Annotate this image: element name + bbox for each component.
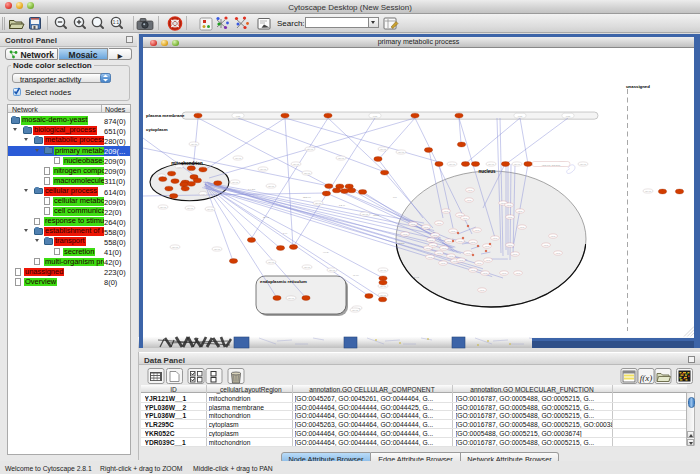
svg-text:(Gx:d): (Gx:d) (338, 157, 345, 159)
svg-text:(G:d): (G:d) (440, 262, 445, 264)
svg-text:(G:d): (G:d) (555, 252, 560, 254)
svg-text:[G:44]: [G:44] (263, 216, 269, 218)
svg-text:(G:d): (G:d) (506, 204, 511, 206)
svg-text:(G:d): (G:d) (427, 256, 432, 258)
svg-text:(G:d): (G:d) (436, 222, 441, 224)
svg-text:(Gx:d): (Gx:d) (329, 269, 336, 271)
svg-text:(G:d): (G:d) (465, 252, 470, 254)
svg-text:(G:d): (G:d) (470, 269, 475, 271)
svg-text:1:1: 1:1 (113, 20, 120, 25)
svg-text:(G:d): (G:d) (474, 229, 479, 231)
svg-text:(G:d): (G:d) (423, 226, 428, 228)
svg-text:(Gx:d): (Gx:d) (645, 190, 652, 192)
svg-text:(G:d): (G:d) (467, 189, 472, 191)
svg-text:(0608): (0608) (373, 214, 380, 216)
svg-text:[G:44]: [G:44] (413, 276, 419, 278)
svg-text:(G:d): (G:d) (425, 247, 430, 249)
svg-text:(G:d): (G:d) (479, 289, 484, 291)
svg-text:(G:d): (G:d) (402, 233, 407, 235)
svg-text:(G:d): (G:d) (517, 210, 522, 212)
svg-text:(Gx:d): (Gx:d) (380, 285, 387, 287)
svg-text:(G:d): (G:d) (457, 214, 462, 216)
svg-text:(Gx:d): (Gx:d) (268, 261, 275, 263)
svg-text:(Gx:d): (Gx:d) (232, 181, 239, 183)
svg-text:(G:d): (G:d) (466, 199, 471, 201)
svg-text:nucleus: nucleus (478, 169, 496, 174)
svg-text:(Gx:d): (Gx:d) (268, 185, 275, 187)
svg-text:(Gx:d): (Gx:d) (187, 207, 194, 209)
svg-text:(Gx:d): (Gx:d) (260, 168, 267, 170)
svg-text:(G:d): (G:d) (507, 244, 512, 246)
svg-text:(x:d): (x:d) (236, 115, 241, 117)
svg-text:[GO:5]: [GO:5] (398, 242, 405, 244)
svg-text:(G:d): (G:d) (410, 223, 415, 225)
svg-text:(Gx:d): (Gx:d) (380, 294, 387, 296)
svg-text:(G:d): (G:d) (512, 253, 517, 255)
svg-text:(G:d): (G:d) (543, 244, 548, 246)
svg-text:(Gx:d): (Gx:d) (160, 206, 167, 208)
svg-text:(G:d): (G:d) (519, 226, 524, 228)
svg-text:(Gx:d): (Gx:d) (304, 266, 311, 268)
svg-text:(Gx:d): (Gx:d) (514, 163, 521, 165)
svg-text:[GO:44]: [GO:44] (303, 196, 311, 198)
svg-text:(Gx:d): (Gx:d) (207, 208, 214, 210)
svg-text:(G:d): (G:d) (470, 241, 475, 243)
svg-text:endoplasmic reticulum: endoplasmic reticulum (260, 279, 307, 284)
svg-text:(Gx:d): (Gx:d) (214, 248, 221, 250)
svg-text:(Gx:d): (Gx:d) (307, 148, 314, 150)
svg-text:(G:d): (G:d) (507, 216, 512, 218)
svg-text:(Gx:d): (Gx:d) (380, 148, 387, 150)
svg-text:(G:d): (G:d) (476, 262, 481, 264)
svg-text:(G:d): (G:d) (432, 234, 437, 236)
svg-text:(G:d): (G:d) (515, 272, 520, 274)
svg-text:(G:d): (G:d) (441, 247, 446, 249)
svg-text:(G:d): (G:d) (485, 259, 490, 261)
svg-text:(G:d): (G:d) (492, 237, 497, 239)
svg-text:(Gx:d): (Gx:d) (398, 151, 405, 153)
svg-text:(Gx:d): (Gx:d) (580, 163, 587, 165)
svg-text:(Gx:d): (Gx:d) (362, 213, 369, 215)
svg-text:(G:d): (G:d) (443, 210, 448, 212)
svg-text:(G:d): (G:d) (457, 240, 462, 242)
svg-text:(x:d): (x:d) (566, 115, 571, 117)
svg-text:(G:d): (G:d) (446, 240, 451, 242)
svg-text:(G:d): (G:d) (482, 272, 487, 274)
svg-text:plasma membrane: plasma membrane (146, 112, 185, 117)
svg-text:(Gx:d): (Gx:d) (315, 202, 322, 204)
svg-text:(x:d): (x:d) (373, 115, 378, 117)
svg-text:(G:d): (G:d) (450, 230, 455, 232)
svg-text:(44.1): (44.1) (323, 251, 329, 253)
svg-text:(xd): (xd) (201, 192, 205, 194)
svg-text:cytoplasm: cytoplasm (146, 126, 168, 131)
svg-text:(G:d): (G:d) (430, 244, 435, 246)
svg-text:(Gx:d): (Gx:d) (191, 143, 198, 145)
svg-text:(0.44): (0.44) (353, 274, 359, 276)
svg-text:f(x): f(x) (640, 373, 653, 383)
svg-text:(Gx:d): (Gx:d) (288, 297, 295, 299)
svg-text:(G:d): (G:d) (436, 252, 441, 254)
svg-text:(x:d): (x:d) (518, 115, 523, 117)
svg-text:unassigned: unassigned (626, 84, 650, 89)
svg-text:0.3.44: 0.3.44 (339, 204, 346, 206)
svg-text:(G:d): (G:d) (448, 255, 453, 257)
svg-text:(Gx:d): (Gx:d) (304, 172, 311, 174)
svg-text:(Gx:d): (Gx:d) (488, 163, 495, 165)
svg-text:(G:d): (G:d) (428, 239, 433, 241)
svg-text:[44]: [44] (393, 196, 397, 198)
svg-text:(Gx:d): (Gx:d) (172, 246, 179, 248)
svg-text:0.4.196: 0.4.196 (248, 188, 256, 190)
svg-text:(G:d): (G:d) (501, 272, 506, 274)
svg-text:(Gx:d): (Gx:d) (235, 157, 242, 159)
svg-text:(G:d): (G:d) (458, 259, 463, 261)
svg-text:(G:d): (G:d) (462, 217, 467, 219)
svg-text:(Gx:d): (Gx:d) (380, 269, 387, 271)
svg-text:(Gx:d): (Gx:d) (449, 163, 456, 165)
svg-text:(Gx:d): (Gx:d) (352, 309, 359, 311)
svg-text:(G:d): (G:d) (484, 245, 489, 247)
svg-text:(xd): (xd) (177, 165, 181, 167)
svg-text:(Gx:d): (Gx:d) (293, 163, 300, 165)
svg-text:(G:d): (G:d) (550, 235, 555, 237)
